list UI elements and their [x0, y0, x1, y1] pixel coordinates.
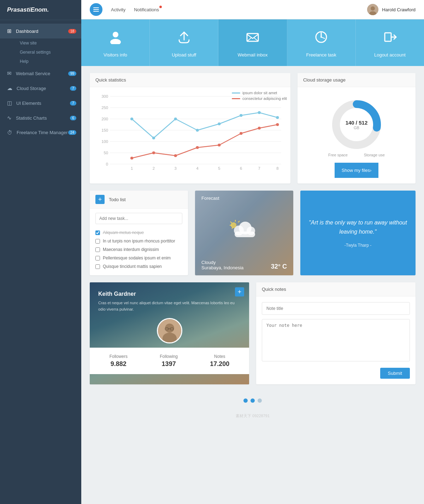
svg-text:1: 1: [131, 166, 133, 170]
dashboard-badge: 18: [68, 29, 76, 34]
menu-toggle-button[interactable]: [90, 3, 102, 16]
page-dot-2[interactable]: [251, 398, 255, 403]
sidebar-nav: ⊞ Dashboard 18 View site General setting…: [0, 20, 81, 504]
sidebar-subitem-generalsettings[interactable]: General settings: [16, 48, 81, 57]
svg-point-39: [240, 114, 242, 117]
todo-checkbox-1[interactable]: [95, 230, 100, 235]
todo-text-3: Maecenas interdum dignissim: [103, 247, 159, 252]
todo-item-5: Quisque tincidunt mattis sapien: [95, 262, 182, 271]
freelance-icon: ⏱: [7, 130, 12, 136]
sidebar-item-freelance[interactable]: ⏱ Freelance Time Manager 24: [0, 125, 81, 140]
svg-rect-55: [235, 232, 255, 237]
cloud-icon: ☁: [7, 85, 12, 91]
profile-avatar: [157, 318, 182, 343]
sidebar-item-dashboard[interactable]: ⊞ Dashboard 18: [0, 24, 81, 38]
todo-card: + Todo list Aliquam metus neque In ut tu…: [90, 191, 188, 275]
todo-text-5: Quisque tincidunt mattis sapien: [103, 264, 162, 269]
freelance-badge: 24: [68, 130, 76, 135]
legend-dot-blue: [232, 92, 240, 94]
svg-line-61: [238, 221, 240, 222]
todo-title: Todo list: [109, 197, 126, 202]
svg-point-34: [130, 118, 133, 120]
profile-card: + Keith Gardner Cras et neque vel nunc a…: [90, 282, 249, 384]
logout-icon: [383, 30, 397, 47]
sidebar-subitem-help[interactable]: Help: [16, 57, 81, 66]
topbar-nav: Activity Notifications: [111, 7, 159, 12]
activity-link[interactable]: Activity: [111, 7, 125, 12]
profile-bg: + Keith Gardner Cras et neque vel nunc a…: [90, 282, 249, 384]
qa-logout-label: Logout account: [374, 52, 406, 58]
sidebar-item-label: Dashboard: [16, 29, 39, 34]
todo-checkbox-3[interactable]: [95, 247, 100, 252]
row-todo-weather: + Todo list Aliquam metus neque In ut tu…: [90, 191, 416, 275]
qa-visitors[interactable]: Visitors info: [81, 19, 150, 66]
todo-text-2: In ut turpis non ipsum rhoncus porttitor: [103, 239, 175, 244]
qa-webmail[interactable]: Webmail inbox: [218, 19, 287, 66]
svg-point-37: [196, 129, 199, 132]
svg-point-46: [218, 144, 220, 146]
svg-point-45: [196, 146, 199, 149]
notes-submit-button[interactable]: Submit: [380, 368, 410, 379]
sidebar-subitem-viewsite[interactable]: View site: [16, 38, 81, 48]
sidebar-item-charts[interactable]: ∿ Statistic Charts 6: [0, 110, 81, 125]
sidebar-item-label: Webmail Service: [16, 71, 50, 76]
todo-new-input[interactable]: [95, 213, 182, 224]
storage-card: Cloud storage usage: [298, 73, 416, 184]
todo-item-1: Aliquam metus neque: [95, 228, 182, 237]
notes-card: Quick notes Submit: [256, 282, 416, 384]
svg-text:5: 5: [218, 166, 220, 170]
qa-upload[interactable]: Upload stuff: [150, 19, 218, 66]
following-value: 1397: [160, 360, 178, 368]
todo-item-3: Maecenas interdum dignissim: [95, 245, 182, 254]
qa-logout[interactable]: Logout account: [356, 19, 424, 66]
svg-point-49: [276, 123, 279, 126]
svg-rect-10: [385, 33, 391, 41]
show-files-button[interactable]: Show my files ›: [335, 163, 379, 178]
cloud-badge: 7: [70, 86, 76, 91]
profile-stats: Followers 9.882 Following 1397 Notes 17.…: [90, 348, 249, 374]
quote-card: "Art is the only way to run away without…: [300, 191, 416, 275]
chart-title: Quick statistics: [90, 73, 290, 87]
page-dot-1[interactable]: [243, 398, 248, 403]
weather-city-condition: Cloudy Surabaya, Indonesia: [201, 260, 243, 270]
todo-checkbox-5[interactable]: [95, 264, 100, 269]
note-title-input[interactable]: [262, 302, 410, 315]
charts-badge: 6: [70, 116, 76, 120]
note-body-textarea[interactable]: [262, 319, 410, 361]
todo-checkbox-2[interactable]: [95, 239, 100, 244]
dashboard-body: Visitors info Upload stuff: [81, 19, 424, 504]
user-menu[interactable]: Harold Crawford: [367, 4, 416, 15]
svg-point-4: [110, 39, 121, 44]
notes-value: 17.200: [210, 360, 229, 368]
user-avatar: [367, 4, 378, 15]
notifications-link[interactable]: Notifications: [134, 7, 159, 12]
profile-add-button[interactable]: +: [235, 287, 244, 296]
todo-add-button[interactable]: +: [95, 195, 105, 204]
profile-stat-followers: Followers 9.882: [110, 354, 128, 368]
qa-freelance-label: Freelance task: [306, 52, 336, 58]
sidebar: PrasastiEnom. ⊞ Dashboard 18 View site G…: [0, 0, 81, 504]
storage-title: Cloud storage usage: [298, 73, 416, 87]
svg-point-44: [174, 154, 177, 157]
svg-text:6: 6: [240, 166, 242, 170]
svg-point-1: [371, 6, 375, 11]
svg-point-3: [113, 32, 118, 37]
sidebar-item-cloud[interactable]: ☁ Cloud Storage 7: [0, 81, 81, 96]
quick-actions-bar: Visitors info Upload stuff: [81, 19, 424, 66]
followers-value: 9.882: [110, 360, 128, 368]
legend-blue: ipsum dolor sit amet: [232, 91, 287, 95]
todo-body: Aliquam metus neque In ut turpis non ips…: [90, 209, 188, 275]
weather-title: Forecast: [201, 196, 287, 201]
sidebar-item-webmail[interactable]: ✉ Webmail Service 99: [0, 66, 81, 81]
profile-stat-notes: Notes 17.200: [210, 354, 229, 368]
todo-checkbox-4[interactable]: [95, 256, 100, 260]
page-dot-3[interactable]: [258, 398, 262, 403]
qa-visitors-label: Visitors info: [104, 52, 127, 58]
upload-icon: [177, 30, 191, 47]
qa-freelance[interactable]: Freelance task: [287, 19, 356, 66]
todo-header: + Todo list: [90, 191, 188, 209]
weather-city: Surabaya, Indonesia: [201, 265, 243, 270]
sidebar-item-ui[interactable]: ◫ UI Elements 7: [0, 96, 81, 110]
watermark: 素材天下 09228791: [90, 413, 416, 421]
notes-title: Quick notes: [256, 282, 416, 296]
